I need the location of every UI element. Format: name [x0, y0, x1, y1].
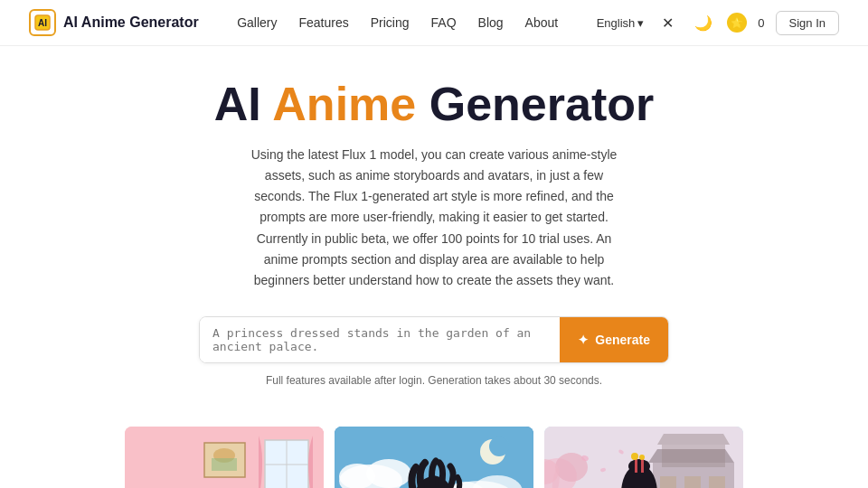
sign-in-button[interactable]: Sign In	[776, 11, 839, 35]
hero-title-anime: Anime	[272, 78, 416, 130]
svg-point-26	[339, 464, 375, 488]
logo-text: AI Anime Generator	[63, 14, 199, 31]
coin-icon: ⭐	[731, 17, 743, 29]
logo-icon: AI	[29, 9, 56, 36]
nav-links: Gallery Features Pricing FAQ Blog About	[237, 14, 558, 31]
gallery-item-3	[544, 427, 743, 488]
svg-point-64	[631, 453, 638, 460]
nav-gallery[interactable]: Gallery	[237, 15, 277, 30]
svg-point-23	[489, 436, 509, 456]
dark-mode-button[interactable]: 🌙	[691, 10, 716, 35]
prompt-input[interactable]	[200, 317, 560, 362]
gallery-item-1	[125, 427, 324, 488]
nav-pricing[interactable]: Pricing	[371, 15, 410, 30]
hero-title-generator: Generator	[416, 78, 654, 130]
generate-label: Generate	[595, 333, 650, 347]
chevron-down-icon: ▾	[637, 16, 644, 30]
navbar: AI AI Anime Generator Gallery Features P…	[0, 0, 868, 46]
svg-rect-65	[641, 458, 644, 473]
svg-rect-50	[662, 445, 725, 467]
twitter-icon-button[interactable]: ✕	[655, 10, 680, 35]
generate-button[interactable]: ✦ Generate	[560, 317, 668, 362]
nav-features[interactable]: Features	[298, 15, 348, 30]
svg-point-66	[639, 455, 645, 460]
svg-rect-49	[709, 476, 725, 488]
svg-rect-8	[212, 458, 237, 471]
language-selector[interactable]: English ▾	[597, 16, 645, 30]
language-label: English	[597, 16, 636, 30]
generate-hint: Full features available after login. Gen…	[266, 374, 602, 387]
nav-right: English ▾ ✕ 🌙 ⭐ 0 Sign In	[597, 10, 839, 35]
svg-rect-48	[684, 476, 701, 488]
generate-bar: ✦ Generate	[199, 316, 669, 363]
nav-blog[interactable]: Blog	[478, 15, 504, 30]
hero-title-ai: AI	[214, 78, 273, 130]
svg-text:AI: AI	[38, 18, 47, 28]
hero-description: Using the latest Flux 1 model, you can c…	[244, 145, 624, 291]
wand-icon: ✦	[578, 333, 589, 347]
points-count: 0	[758, 16, 764, 30]
logo[interactable]: AI AI Anime Generator	[29, 9, 199, 36]
hero-title: AI Anime Generator	[214, 79, 654, 130]
nav-faq[interactable]: FAQ	[431, 15, 457, 30]
points-badge: ⭐	[727, 13, 747, 33]
svg-point-62	[628, 459, 650, 474]
svg-marker-51	[657, 434, 730, 445]
hero-section: AI Anime Generator Using the latest Flux…	[0, 46, 868, 427]
gallery-row	[0, 427, 868, 488]
nav-about[interactable]: About	[525, 15, 559, 30]
gallery-item-2	[335, 427, 533, 488]
svg-rect-47	[660, 476, 676, 488]
